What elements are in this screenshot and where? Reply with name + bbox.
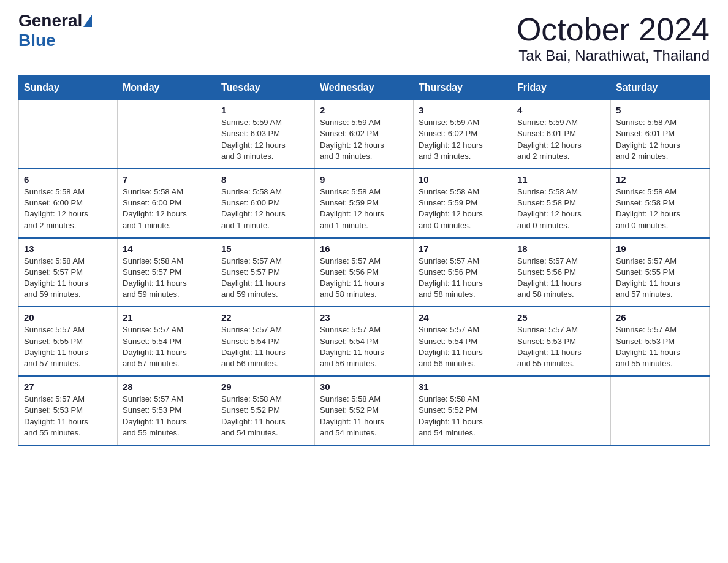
day-info: Sunrise: 5:58 AM Sunset: 6:00 PM Dayligh… [123, 186, 211, 231]
day-number: 6 [24, 174, 112, 185]
calendar-cell: 11Sunrise: 5:58 AM Sunset: 5:58 PM Dayli… [512, 169, 611, 238]
weekday-header-row: SundayMondayTuesdayWednesdayThursdayFrid… [19, 76, 710, 100]
calendar-cell: 2Sunrise: 5:59 AM Sunset: 6:02 PM Daylig… [315, 100, 414, 169]
day-number: 1 [221, 105, 309, 115]
calendar-cell: 4Sunrise: 5:59 AM Sunset: 6:01 PM Daylig… [512, 100, 611, 169]
logo-blue-text: Blue [18, 31, 56, 50]
calendar-cell: 30Sunrise: 5:58 AM Sunset: 5:52 PM Dayli… [315, 376, 414, 445]
calendar-week-2: 6Sunrise: 5:58 AM Sunset: 6:00 PM Daylig… [19, 169, 710, 238]
weekday-header-friday: Friday [512, 76, 611, 100]
calendar-week-4: 20Sunrise: 5:57 AM Sunset: 5:55 PM Dayli… [19, 307, 710, 376]
calendar-cell: 3Sunrise: 5:59 AM Sunset: 6:02 PM Daylig… [414, 100, 512, 169]
calendar-cell: 27Sunrise: 5:57 AM Sunset: 5:53 PM Dayli… [19, 376, 118, 445]
day-info: Sunrise: 5:58 AM Sunset: 6:00 PM Dayligh… [24, 186, 112, 231]
day-info: Sunrise: 5:57 AM Sunset: 5:55 PM Dayligh… [24, 324, 112, 369]
calendar-week-3: 13Sunrise: 5:58 AM Sunset: 5:57 PM Dayli… [19, 238, 710, 307]
calendar-cell: 18Sunrise: 5:57 AM Sunset: 5:56 PM Dayli… [512, 238, 611, 307]
title-area: October 2024 Tak Bai, Narathiwat, Thaila… [517, 12, 710, 64]
calendar-cell: 19Sunrise: 5:57 AM Sunset: 5:55 PM Dayli… [611, 238, 710, 307]
day-number: 23 [320, 312, 408, 323]
calendar-cell: 13Sunrise: 5:58 AM Sunset: 5:57 PM Dayli… [19, 238, 118, 307]
day-info: Sunrise: 5:57 AM Sunset: 5:56 PM Dayligh… [517, 256, 605, 301]
day-number: 14 [123, 243, 211, 254]
day-info: Sunrise: 5:57 AM Sunset: 5:54 PM Dayligh… [419, 324, 507, 369]
calendar-cell [118, 100, 216, 169]
day-number: 31 [419, 381, 507, 392]
day-info: Sunrise: 5:57 AM Sunset: 5:53 PM Dayligh… [616, 324, 704, 369]
calendar-cell: 7Sunrise: 5:58 AM Sunset: 6:00 PM Daylig… [118, 169, 216, 238]
day-info: Sunrise: 5:57 AM Sunset: 5:54 PM Dayligh… [221, 324, 309, 369]
calendar-cell: 26Sunrise: 5:57 AM Sunset: 5:53 PM Dayli… [611, 307, 710, 376]
calendar-cell: 25Sunrise: 5:57 AM Sunset: 5:53 PM Dayli… [512, 307, 611, 376]
day-number: 18 [517, 243, 605, 254]
day-info: Sunrise: 5:59 AM Sunset: 6:02 PM Dayligh… [419, 117, 507, 162]
calendar-table: SundayMondayTuesdayWednesdayThursdayFrid… [18, 75, 710, 446]
day-info: Sunrise: 5:57 AM Sunset: 5:53 PM Dayligh… [24, 394, 112, 439]
calendar-cell [19, 100, 118, 169]
day-number: 26 [616, 312, 704, 323]
day-number: 30 [320, 381, 408, 392]
day-number: 19 [616, 243, 704, 254]
day-number: 13 [24, 243, 112, 254]
day-info: Sunrise: 5:58 AM Sunset: 5:57 PM Dayligh… [24, 256, 112, 301]
day-info: Sunrise: 5:57 AM Sunset: 5:57 PM Dayligh… [221, 256, 309, 301]
weekday-header-thursday: Thursday [414, 76, 512, 100]
day-number: 5 [616, 105, 704, 115]
day-info: Sunrise: 5:57 AM Sunset: 5:56 PM Dayligh… [419, 256, 507, 301]
calendar-cell: 1Sunrise: 5:59 AM Sunset: 6:03 PM Daylig… [216, 100, 315, 169]
day-info: Sunrise: 5:58 AM Sunset: 5:52 PM Dayligh… [221, 394, 309, 439]
day-info: Sunrise: 5:59 AM Sunset: 6:01 PM Dayligh… [517, 117, 605, 162]
logo-general-text: General [18, 12, 82, 29]
calendar-cell: 21Sunrise: 5:57 AM Sunset: 5:54 PM Dayli… [118, 307, 216, 376]
weekday-header-tuesday: Tuesday [216, 76, 315, 100]
day-info: Sunrise: 5:57 AM Sunset: 5:53 PM Dayligh… [517, 324, 605, 369]
calendar-week-5: 27Sunrise: 5:57 AM Sunset: 5:53 PM Dayli… [19, 376, 710, 445]
day-info: Sunrise: 5:58 AM Sunset: 6:01 PM Dayligh… [616, 117, 704, 162]
logo-triangle-icon [83, 15, 92, 27]
calendar-cell: 12Sunrise: 5:58 AM Sunset: 5:58 PM Dayli… [611, 169, 710, 238]
calendar-cell [512, 376, 611, 445]
day-number: 8 [221, 174, 309, 185]
day-info: Sunrise: 5:57 AM Sunset: 5:56 PM Dayligh… [320, 256, 408, 301]
calendar-cell: 14Sunrise: 5:58 AM Sunset: 5:57 PM Dayli… [118, 238, 216, 307]
day-info: Sunrise: 5:58 AM Sunset: 5:58 PM Dayligh… [616, 186, 704, 231]
day-number: 22 [221, 312, 309, 323]
day-number: 29 [221, 381, 309, 392]
day-number: 2 [320, 105, 408, 115]
calendar-title: October 2024 [517, 12, 710, 47]
day-number: 16 [320, 243, 408, 254]
day-info: Sunrise: 5:57 AM Sunset: 5:54 PM Dayligh… [320, 324, 408, 369]
day-info: Sunrise: 5:58 AM Sunset: 5:52 PM Dayligh… [320, 394, 408, 439]
day-info: Sunrise: 5:58 AM Sunset: 6:00 PM Dayligh… [221, 186, 309, 231]
calendar-cell: 16Sunrise: 5:57 AM Sunset: 5:56 PM Dayli… [315, 238, 414, 307]
day-number: 21 [123, 312, 211, 323]
day-number: 11 [517, 174, 605, 185]
day-info: Sunrise: 5:57 AM Sunset: 5:54 PM Dayligh… [123, 324, 211, 369]
calendar-cell: 9Sunrise: 5:58 AM Sunset: 5:59 PM Daylig… [315, 169, 414, 238]
day-info: Sunrise: 5:58 AM Sunset: 5:58 PM Dayligh… [517, 186, 605, 231]
weekday-header-wednesday: Wednesday [315, 76, 414, 100]
day-number: 24 [419, 312, 507, 323]
weekday-header-sunday: Sunday [19, 76, 118, 100]
day-info: Sunrise: 5:57 AM Sunset: 5:55 PM Dayligh… [616, 256, 704, 301]
day-info: Sunrise: 5:59 AM Sunset: 6:03 PM Dayligh… [221, 117, 309, 162]
day-number: 4 [517, 105, 605, 115]
day-number: 27 [24, 381, 112, 392]
calendar-cell: 17Sunrise: 5:57 AM Sunset: 5:56 PM Dayli… [414, 238, 512, 307]
day-number: 28 [123, 381, 211, 392]
calendar-cell: 10Sunrise: 5:58 AM Sunset: 5:59 PM Dayli… [414, 169, 512, 238]
calendar-cell: 20Sunrise: 5:57 AM Sunset: 5:55 PM Dayli… [19, 307, 118, 376]
day-number: 7 [123, 174, 211, 185]
calendar-cell: 31Sunrise: 5:58 AM Sunset: 5:52 PM Dayli… [414, 376, 512, 445]
calendar-cell: 23Sunrise: 5:57 AM Sunset: 5:54 PM Dayli… [315, 307, 414, 376]
page-header: General Blue October 2024 Tak Bai, Narat… [18, 12, 710, 64]
day-info: Sunrise: 5:59 AM Sunset: 6:02 PM Dayligh… [320, 117, 408, 162]
day-number: 9 [320, 174, 408, 185]
day-info: Sunrise: 5:58 AM Sunset: 5:52 PM Dayligh… [419, 394, 507, 439]
calendar-subtitle: Tak Bai, Narathiwat, Thailand [517, 47, 710, 64]
calendar-cell: 8Sunrise: 5:58 AM Sunset: 6:00 PM Daylig… [216, 169, 315, 238]
day-info: Sunrise: 5:57 AM Sunset: 5:53 PM Dayligh… [123, 394, 211, 439]
calendar-cell: 22Sunrise: 5:57 AM Sunset: 5:54 PM Dayli… [216, 307, 315, 376]
day-number: 15 [221, 243, 309, 254]
calendar-week-1: 1Sunrise: 5:59 AM Sunset: 6:03 PM Daylig… [19, 100, 710, 169]
